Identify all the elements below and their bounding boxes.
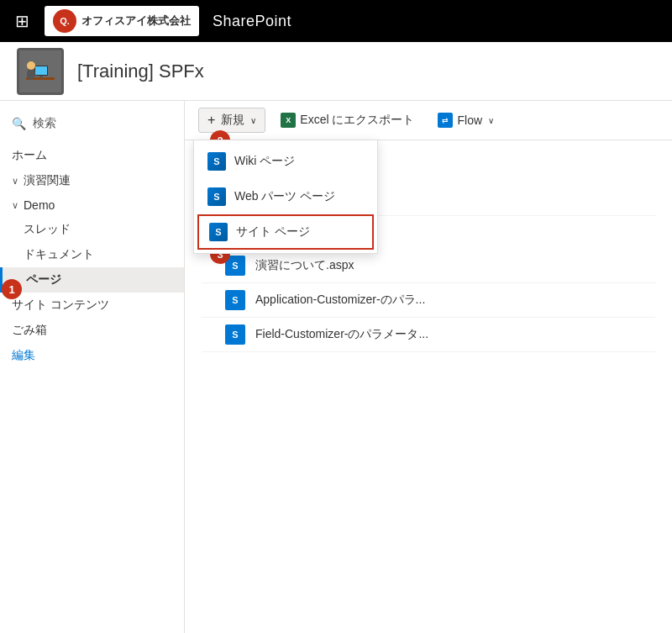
dropdown-item-webparts-label: Web パーツ ページ — [234, 189, 335, 204]
sidebar-item-enshu[interactable]: ∨ 演習関連 — [0, 168, 184, 193]
dropdown-item-site-page[interactable]: S サイト ページ — [197, 214, 374, 250]
export-excel-label: Excel にエクスポート — [300, 113, 414, 128]
sharepoint-file-icon: S — [225, 324, 245, 345]
top-navigation-bar: ⊞ Q. オフィスアイ株式会社 SharePoint — [0, 0, 672, 42]
company-logo-box[interactable]: Q. オフィスアイ株式会社 — [45, 6, 199, 36]
sidebar-item-documents[interactable]: ドキュメント — [0, 242, 184, 267]
search-bar[interactable]: 🔍 検索 — [0, 111, 184, 136]
sidebar-item-site-contents-label: サイト コンテンツ — [12, 298, 109, 313]
sidebar-item-documents-label: ドキュメント — [24, 247, 94, 262]
new-dropdown-menu: S Wiki ページ S Web パーツ ページ S サイト ページ — [193, 140, 378, 254]
sidebar-item-edit[interactable]: 編集 — [0, 343, 184, 368]
chevron-down-icon: ∨ — [250, 116, 256, 125]
waffle-menu-icon[interactable]: ⊞ — [10, 6, 34, 36]
svg-point-8 — [27, 61, 35, 70]
content-area: + 新規 ∨ X Excel にエクスポート ⇄ Flow ∨ S Wiki ペ… — [185, 101, 672, 633]
command-bar: + 新規 ∨ X Excel にエクスポート ⇄ Flow ∨ S Wiki ペ… — [185, 101, 672, 140]
sidebar-item-enshu-label: 演習関連 — [24, 173, 71, 188]
dropdown-item-site-page-label: サイト ページ — [236, 224, 310, 240]
flow-button-label: Flow — [457, 113, 482, 127]
sidebar: 🔍 検索 ホーム ∨ 演習関連 ∨ Demo スレッド ドキュメント ページ サ… — [0, 101, 185, 633]
sidebar-item-trash-label: ごみ箱 — [12, 323, 47, 338]
list-item-app-customizer-label: Application-Customizer-のパラ... — [255, 293, 425, 308]
sharepoint-file-icon: S — [225, 290, 245, 310]
excel-icon: X — [281, 113, 296, 128]
sidebar-item-thread-label: スレッド — [24, 222, 71, 237]
dropdown-item-wiki-label: Wiki ページ — [234, 154, 295, 169]
list-item-field-customizer[interactable]: S Field-Customizer-のパラメータ... — [202, 318, 655, 352]
dropdown-item-webparts[interactable]: S Web パーツ ページ — [194, 179, 377, 214]
search-label: 検索 — [33, 116, 56, 131]
wiki-page-icon: S — [207, 152, 226, 171]
site-header: [Training] SPFx — [0, 42, 672, 101]
company-name-label: オフィスアイ株式会社 — [81, 13, 191, 29]
list-item-enshu[interactable]: S 演習について.aspx — [202, 249, 655, 283]
sidebar-item-home[interactable]: ホーム — [0, 143, 184, 168]
new-button[interactable]: + 新規 ∨ — [198, 108, 265, 133]
step-badge-1: 1 — [2, 279, 22, 299]
site-title-label: [Training] SPFx — [77, 61, 204, 82]
app-name-label: SharePoint — [213, 13, 291, 30]
sidebar-item-thread[interactable]: スレッド — [0, 217, 184, 242]
sidebar-item-edit-label: 編集 — [12, 348, 35, 363]
sidebar-item-demo-label: Demo — [24, 198, 55, 212]
sidebar-item-trash[interactable]: ごみ箱 — [0, 318, 184, 343]
export-excel-button[interactable]: X Excel にエクスポート — [272, 108, 423, 132]
plus-icon: + — [207, 113, 215, 128]
sidebar-item-site-contents[interactable]: サイト コンテンツ — [0, 293, 184, 318]
new-button-label: 新規 — [221, 113, 244, 128]
site-page-icon: S — [209, 223, 228, 241]
search-icon: 🔍 — [12, 117, 26, 130]
sidebar-item-demo[interactable]: ∨ Demo — [0, 193, 184, 217]
svg-rect-6 — [39, 76, 43, 78]
list-item-field-customizer-label: Field-Customizer-のパラメータ... — [255, 327, 428, 342]
company-logo-icon: Q. — [53, 9, 76, 33]
chevron-down-icon: ∨ — [488, 116, 494, 125]
main-layout: 🔍 検索 ホーム ∨ 演習関連 ∨ Demo スレッド ドキュメント ページ サ… — [0, 101, 672, 633]
chevron-down-icon: ∨ — [12, 176, 18, 187]
dropdown-item-wiki[interactable]: S Wiki ページ — [194, 144, 377, 179]
sidebar-item-pages[interactable]: ページ — [0, 267, 184, 293]
sidebar-item-pages-label: ページ — [26, 272, 61, 287]
svg-text:Q.: Q. — [60, 16, 70, 26]
svg-rect-5 — [35, 66, 47, 75]
flow-icon: ⇄ — [438, 113, 453, 128]
list-item-enshu-label: 演習について.aspx — [255, 258, 354, 273]
webparts-page-icon: S — [207, 187, 226, 206]
chevron-down-icon: ∨ — [12, 200, 18, 211]
site-logo — [17, 48, 64, 95]
list-item-app-customizer[interactable]: S Application-Customizer-のパラ... — [202, 283, 655, 318]
flow-button[interactable]: ⇄ Flow ∨ — [429, 108, 502, 132]
sidebar-item-home-label: ホーム — [12, 148, 47, 163]
